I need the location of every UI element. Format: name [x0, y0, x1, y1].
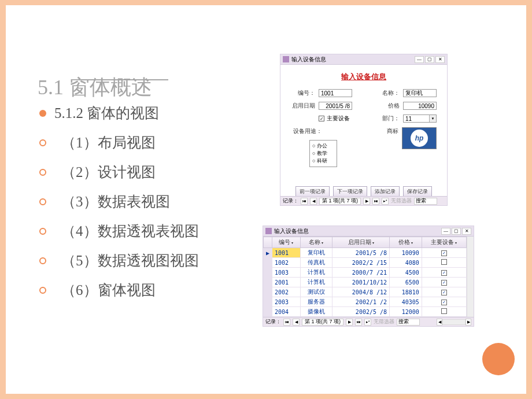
form-window: 输入设备信息 — ▢ ✕ 输入设备信息 编号： 1001 名称： 复印机 启用日…	[280, 54, 448, 206]
table-row[interactable]: 2002测试仪2004/8 /1218810✓	[264, 287, 467, 297]
form-heading: 输入设备信息	[291, 72, 437, 82]
use-option[interactable]: ○ 教学	[312, 150, 334, 157]
brand-label: 商标	[380, 127, 398, 135]
slide: 5.1 窗体概述 5.1.2 窗体的视图 （1）布局视图 （2）设计视图 （3）…	[6, 5, 526, 394]
list-item: （4）数据透视表视图	[39, 221, 199, 241]
nav-new-button[interactable]: ▸*	[382, 198, 389, 205]
checkbox-icon[interactable]: ✓	[441, 290, 447, 295]
titlebar[interactable]: 输入设备信息 — ▢ ✕	[280, 54, 447, 65]
use-label: 设备用途：	[291, 127, 322, 135]
maximize-button[interactable]: ▢	[452, 228, 461, 235]
table-row[interactable]: 2003服务器2002/1 /240305✓	[264, 297, 467, 307]
table-row[interactable]: 2001计算机2001/10/126500✓	[264, 278, 467, 287]
nav-next-button[interactable]: ▶	[363, 198, 370, 205]
nav-position: 第 1 项(共 7 项)	[319, 198, 361, 205]
nav-search[interactable]: 搜索	[397, 319, 420, 326]
item-text: （6）窗体视图	[61, 280, 156, 300]
minimize-button[interactable]: —	[441, 228, 450, 235]
list-item: （2）设计视图	[39, 162, 199, 182]
id-label: 编号：	[291, 89, 315, 97]
main-label: 主要设备	[327, 114, 350, 123]
nav-label: 记录：	[283, 197, 298, 205]
col-name[interactable]: 名称▾	[300, 237, 332, 248]
nav-first-button[interactable]: ⏮	[301, 198, 308, 205]
close-button[interactable]: ✕	[435, 56, 445, 63]
bullet-icon	[39, 257, 46, 264]
maximize-button[interactable]: ▢	[425, 56, 434, 63]
nav-first-button[interactable]: ⏮	[283, 319, 290, 326]
form-icon	[265, 228, 272, 234]
main-checkbox[interactable]: ✓	[319, 116, 324, 121]
item-text: （4）数据透视表视图	[61, 221, 199, 241]
nav-new-button[interactable]: ▸*	[364, 319, 371, 326]
list-item: （1）布局视图	[39, 133, 199, 152]
bullet-icon	[39, 287, 46, 294]
list-item: （3）数据表视图	[39, 192, 199, 211]
date-label: 启用日期	[291, 102, 315, 110]
table-row[interactable]: 1002传真机2002/2 /154080	[264, 258, 467, 268]
table-row[interactable]: ▶1001复印机2001/5 /810090✓	[264, 248, 467, 258]
bullet-icon	[39, 198, 46, 205]
dept-label: 部门：	[381, 114, 400, 123]
name-field[interactable]: 复印机	[403, 89, 437, 97]
use-option-group[interactable]: ○ 办公 ○ 教学 ○ 科研	[309, 140, 337, 167]
table-row[interactable]: 2004摄像机2002/5 /812000	[264, 307, 467, 317]
titlebar[interactable]: 输入设备信息 — ▢ ✕	[263, 226, 474, 237]
nav-next-button[interactable]: ▶	[346, 319, 353, 326]
heading: 5.1 窗体概述	[38, 73, 152, 102]
checkbox-icon[interactable]	[441, 259, 447, 265]
list-item: （6）窗体视图	[39, 280, 199, 300]
nav-position: 第 1 项(共 7 项)	[302, 319, 343, 326]
record-navbar: 记录： ⏮ ◀ 第 1 项(共 7 项) ▶ ⏭ ▸* 无筛选器 搜索 ◀▶	[263, 317, 474, 326]
use-option[interactable]: ○ 办公	[312, 142, 334, 150]
minimize-button[interactable]: —	[415, 56, 424, 63]
nav-last-button[interactable]: ⏭	[355, 319, 362, 326]
accent-circle	[482, 343, 515, 375]
use-option[interactable]: ○ 科研	[312, 157, 334, 165]
window-title: 输入设备信息	[274, 227, 441, 235]
col-main[interactable]: 主要设备▾	[422, 237, 466, 248]
checkbox-icon[interactable]: ✓	[441, 280, 447, 286]
nav-last-button[interactable]: ⏭	[372, 198, 379, 205]
chevron-down-icon: ▼	[429, 115, 436, 122]
checkbox-icon[interactable]	[441, 308, 447, 314]
bullet-icon	[39, 110, 46, 117]
nav-filter: 无筛选器	[374, 318, 394, 326]
id-field[interactable]: 1001	[319, 89, 352, 97]
item-text: （1）布局视图	[61, 133, 156, 152]
horizontal-scrollbar[interactable]: ◀▶	[437, 319, 471, 326]
dept-select[interactable]: 11 ▼	[403, 114, 437, 123]
heading-underline	[79, 79, 168, 80]
table-row[interactable]: 1003计算机2000/7 /214500✓	[264, 268, 467, 278]
record-navbar: 记录： ⏮ ◀ 第 1 项(共 7 项) ▶ ⏭ ▸* 无筛选器 搜索	[280, 196, 447, 205]
bullet-icon	[39, 169, 46, 176]
name-label: 名称：	[381, 89, 400, 97]
checkbox-icon[interactable]: ✓	[441, 250, 447, 256]
sub-heading: 5.1.2 窗体的视图	[54, 104, 159, 123]
close-button[interactable]: ✕	[462, 228, 471, 235]
item-text: （3）数据表视图	[61, 192, 170, 211]
price-field[interactable]: 10090	[403, 102, 437, 110]
date-field[interactable]: 2001/5 /8	[319, 102, 352, 110]
nav-label: 记录：	[265, 318, 281, 326]
form-icon	[283, 56, 289, 62]
item-text: （2）设计视图	[61, 162, 156, 182]
datasheet-window: 输入设备信息 — ▢ ✕ 编号▾ 名称▾ 启用日期▾ 价格▾ 主要设备▾	[263, 226, 474, 327]
datasheet-table[interactable]: 编号▾ 名称▾ 启用日期▾ 价格▾ 主要设备▾ ▶1001复印机2001/5 /…	[263, 237, 467, 317]
col-id[interactable]: 编号▾	[272, 237, 301, 248]
window-title: 输入设备信息	[291, 56, 415, 64]
item-text: （5）数据透视图视图	[61, 251, 199, 270]
col-date[interactable]: 启用日期▾	[332, 237, 390, 248]
nav-search[interactable]: 搜索	[414, 198, 437, 205]
nav-prev-button[interactable]: ◀	[310, 198, 317, 205]
col-price[interactable]: 价格▾	[390, 237, 422, 248]
dept-value: 11	[405, 116, 412, 122]
checkbox-icon[interactable]: ✓	[441, 300, 447, 305]
vertical-scrollbar[interactable]	[467, 237, 474, 317]
nav-prev-button[interactable]: ◀	[293, 319, 300, 326]
bullet-icon	[39, 228, 46, 235]
bullet-list: 5.1.2 窗体的视图 （1）布局视图 （2）设计视图 （3）数据表视图 （4）…	[39, 104, 199, 310]
checkbox-icon[interactable]: ✓	[441, 270, 447, 276]
list-item: 5.1.2 窗体的视图	[39, 104, 199, 123]
list-item: （5）数据透视图视图	[39, 251, 199, 270]
